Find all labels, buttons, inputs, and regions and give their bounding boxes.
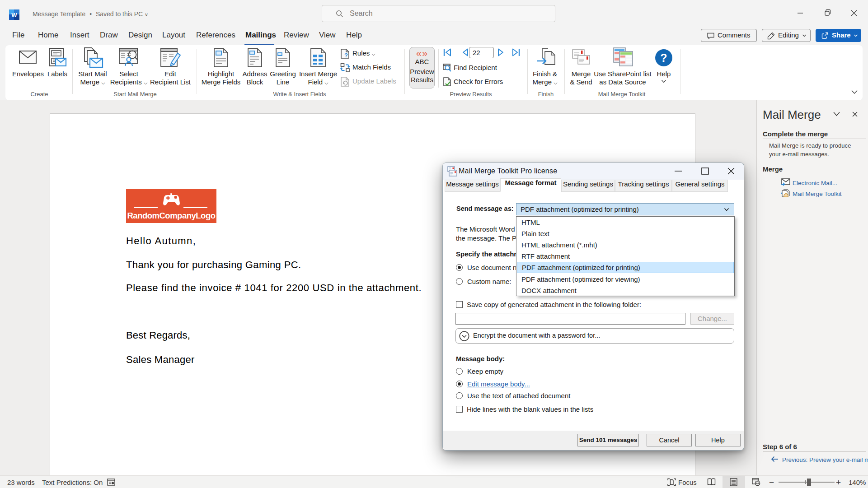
svg-text:?: ? — [344, 52, 348, 59]
svg-text:W: W — [11, 12, 17, 19]
svg-text:?: ? — [660, 51, 667, 64]
